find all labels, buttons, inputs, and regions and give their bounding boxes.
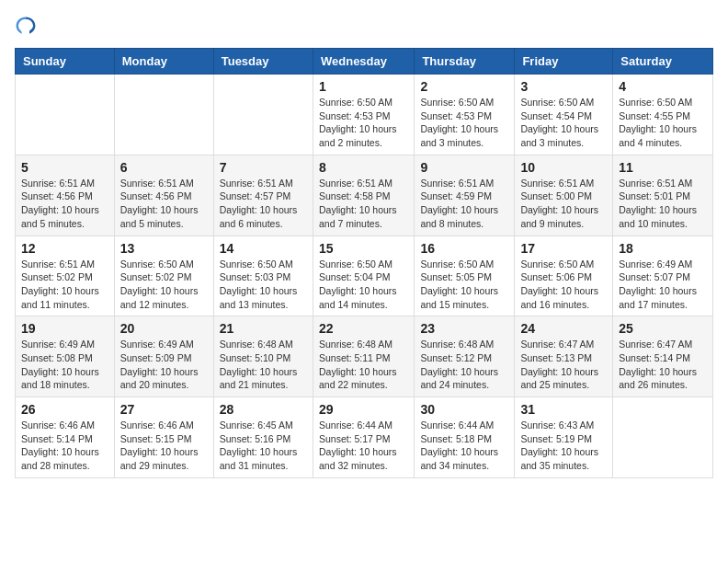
day-info: Sunrise: 6:50 AM Sunset: 5:03 PM Dayligh… [220, 258, 307, 312]
day-cell: 30Sunrise: 6:44 AM Sunset: 5:18 PM Dayli… [415, 397, 515, 478]
day-cell [114, 75, 213, 155]
day-info: Sunrise: 6:49 AM Sunset: 5:07 PM Dayligh… [619, 258, 707, 312]
day-number: 8 [319, 160, 408, 175]
day-number: 19 [21, 321, 108, 336]
day-number: 30 [420, 402, 508, 417]
day-number: 25 [619, 321, 707, 336]
day-number: 31 [520, 402, 607, 417]
calendar-table: SundayMondayTuesdayWednesdayThursdayFrid… [15, 48, 713, 478]
weekday-header-monday: Monday [114, 49, 213, 75]
day-cell: 1Sunrise: 6:50 AM Sunset: 4:53 PM Daylig… [313, 75, 414, 155]
day-cell: 5Sunrise: 6:51 AM Sunset: 4:56 PM Daylig… [16, 155, 115, 236]
week-row-5: 26Sunrise: 6:46 AM Sunset: 5:14 PM Dayli… [16, 397, 713, 478]
day-info: Sunrise: 6:50 AM Sunset: 4:55 PM Dayligh… [619, 96, 707, 150]
day-cell: 10Sunrise: 6:51 AM Sunset: 5:00 PM Dayli… [515, 155, 613, 236]
day-cell: 15Sunrise: 6:50 AM Sunset: 5:04 PM Dayli… [313, 236, 414, 316]
day-cell [16, 75, 115, 155]
day-info: Sunrise: 6:48 AM Sunset: 5:12 PM Dayligh… [420, 338, 508, 392]
day-info: Sunrise: 6:43 AM Sunset: 5:19 PM Dayligh… [520, 419, 607, 473]
day-cell: 17Sunrise: 6:50 AM Sunset: 5:06 PM Dayli… [515, 236, 613, 316]
day-info: Sunrise: 6:50 AM Sunset: 4:54 PM Dayligh… [520, 96, 607, 150]
day-info: Sunrise: 6:46 AM Sunset: 5:14 PM Dayligh… [21, 419, 108, 473]
day-number: 1 [319, 79, 408, 94]
week-row-4: 19Sunrise: 6:49 AM Sunset: 5:08 PM Dayli… [16, 316, 713, 397]
day-info: Sunrise: 6:51 AM Sunset: 4:59 PM Dayligh… [420, 177, 508, 231]
day-info: Sunrise: 6:47 AM Sunset: 5:14 PM Dayligh… [619, 338, 707, 392]
day-number: 2 [420, 79, 508, 94]
logo [15, 15, 40, 37]
day-info: Sunrise: 6:48 AM Sunset: 5:11 PM Dayligh… [319, 338, 408, 392]
day-info: Sunrise: 6:50 AM Sunset: 5:04 PM Dayligh… [319, 258, 408, 312]
weekday-header-saturday: Saturday [613, 49, 713, 75]
day-cell: 25Sunrise: 6:47 AM Sunset: 5:14 PM Dayli… [613, 316, 713, 397]
day-info: Sunrise: 6:49 AM Sunset: 5:08 PM Dayligh… [21, 338, 108, 392]
day-cell: 20Sunrise: 6:49 AM Sunset: 5:09 PM Dayli… [114, 316, 213, 397]
day-cell: 18Sunrise: 6:49 AM Sunset: 5:07 PM Dayli… [613, 236, 713, 316]
day-number: 16 [420, 241, 508, 256]
day-info: Sunrise: 6:45 AM Sunset: 5:16 PM Dayligh… [220, 419, 307, 473]
day-info: Sunrise: 6:51 AM Sunset: 4:56 PM Dayligh… [120, 177, 208, 231]
day-info: Sunrise: 6:50 AM Sunset: 5:02 PM Dayligh… [120, 258, 208, 312]
weekday-header-thursday: Thursday [415, 49, 515, 75]
day-number: 15 [319, 241, 408, 256]
logo-icon [15, 15, 37, 37]
day-cell [613, 397, 713, 478]
day-info: Sunrise: 6:51 AM Sunset: 4:57 PM Dayligh… [220, 177, 307, 231]
day-number: 6 [120, 160, 208, 175]
day-info: Sunrise: 6:50 AM Sunset: 5:05 PM Dayligh… [420, 258, 508, 312]
day-info: Sunrise: 6:51 AM Sunset: 5:02 PM Dayligh… [21, 258, 108, 312]
day-cell: 14Sunrise: 6:50 AM Sunset: 5:03 PM Dayli… [213, 236, 313, 316]
day-info: Sunrise: 6:48 AM Sunset: 5:10 PM Dayligh… [220, 338, 307, 392]
day-info: Sunrise: 6:51 AM Sunset: 5:01 PM Dayligh… [619, 177, 707, 231]
day-number: 18 [619, 241, 707, 256]
week-row-1: 1Sunrise: 6:50 AM Sunset: 4:53 PM Daylig… [16, 75, 713, 155]
day-number: 21 [220, 321, 307, 336]
day-info: Sunrise: 6:51 AM Sunset: 4:58 PM Dayligh… [319, 177, 408, 231]
day-info: Sunrise: 6:51 AM Sunset: 4:56 PM Dayligh… [21, 177, 108, 231]
day-cell: 27Sunrise: 6:46 AM Sunset: 5:15 PM Dayli… [114, 397, 213, 478]
day-cell: 11Sunrise: 6:51 AM Sunset: 5:01 PM Dayli… [613, 155, 713, 236]
day-cell: 26Sunrise: 6:46 AM Sunset: 5:14 PM Dayli… [16, 397, 115, 478]
day-number: 12 [21, 241, 108, 256]
week-row-2: 5Sunrise: 6:51 AM Sunset: 4:56 PM Daylig… [16, 155, 713, 236]
day-info: Sunrise: 6:44 AM Sunset: 5:17 PM Dayligh… [319, 419, 408, 473]
day-cell: 9Sunrise: 6:51 AM Sunset: 4:59 PM Daylig… [415, 155, 515, 236]
day-info: Sunrise: 6:50 AM Sunset: 4:53 PM Dayligh… [420, 96, 508, 150]
day-cell: 31Sunrise: 6:43 AM Sunset: 5:19 PM Dayli… [515, 397, 613, 478]
day-number: 13 [120, 241, 208, 256]
day-cell: 12Sunrise: 6:51 AM Sunset: 5:02 PM Dayli… [16, 236, 115, 316]
day-number: 23 [420, 321, 508, 336]
day-cell: 4Sunrise: 6:50 AM Sunset: 4:55 PM Daylig… [613, 75, 713, 155]
day-number: 22 [319, 321, 408, 336]
day-info: Sunrise: 6:50 AM Sunset: 5:06 PM Dayligh… [520, 258, 607, 312]
day-cell: 6Sunrise: 6:51 AM Sunset: 4:56 PM Daylig… [114, 155, 213, 236]
day-cell: 8Sunrise: 6:51 AM Sunset: 4:58 PM Daylig… [313, 155, 414, 236]
day-number: 28 [220, 402, 307, 417]
day-number: 26 [21, 402, 108, 417]
day-info: Sunrise: 6:50 AM Sunset: 4:53 PM Dayligh… [319, 96, 408, 150]
day-number: 4 [619, 79, 707, 94]
day-number: 3 [520, 79, 607, 94]
day-cell: 16Sunrise: 6:50 AM Sunset: 5:05 PM Dayli… [415, 236, 515, 316]
day-cell: 28Sunrise: 6:45 AM Sunset: 5:16 PM Dayli… [213, 397, 313, 478]
weekday-header-wednesday: Wednesday [313, 49, 414, 75]
day-info: Sunrise: 6:44 AM Sunset: 5:18 PM Dayligh… [420, 419, 508, 473]
day-number: 10 [520, 160, 607, 175]
weekday-header-sunday: Sunday [16, 49, 115, 75]
day-number: 24 [520, 321, 607, 336]
weekday-header-row: SundayMondayTuesdayWednesdayThursdayFrid… [16, 49, 713, 75]
weekday-header-tuesday: Tuesday [213, 49, 313, 75]
day-cell: 7Sunrise: 6:51 AM Sunset: 4:57 PM Daylig… [213, 155, 313, 236]
day-number: 20 [120, 321, 208, 336]
day-cell: 29Sunrise: 6:44 AM Sunset: 5:17 PM Dayli… [313, 397, 414, 478]
day-number: 29 [319, 402, 408, 417]
day-number: 7 [220, 160, 307, 175]
day-number: 9 [420, 160, 508, 175]
day-number: 11 [619, 160, 707, 175]
day-info: Sunrise: 6:51 AM Sunset: 5:00 PM Dayligh… [520, 177, 607, 231]
day-cell: 2Sunrise: 6:50 AM Sunset: 4:53 PM Daylig… [415, 75, 515, 155]
day-cell: 24Sunrise: 6:47 AM Sunset: 5:13 PM Dayli… [515, 316, 613, 397]
day-info: Sunrise: 6:49 AM Sunset: 5:09 PM Dayligh… [120, 338, 208, 392]
day-cell: 3Sunrise: 6:50 AM Sunset: 4:54 PM Daylig… [515, 75, 613, 155]
day-number: 14 [220, 241, 307, 256]
